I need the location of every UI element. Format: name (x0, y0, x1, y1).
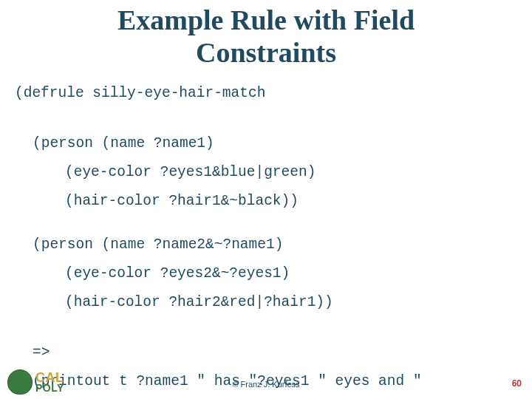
code-line: (defrule silly-eye-hair-match (15, 86, 532, 101)
page-number: 60 (512, 378, 522, 389)
footer: CAL POLY © Franz J. Kurfess 60 (0, 365, 532, 396)
slide-title: Example Rule with Field Constraints (0, 0, 532, 69)
title-line-1: Example Rule with Field (117, 4, 415, 35)
code-line: (person (name ?name1) (33, 137, 532, 151)
calpoly-logo: CAL POLY (7, 369, 64, 395)
logo-badge-icon (7, 369, 33, 395)
code-line: => (33, 346, 532, 361)
code-line: (person (name ?name2&~?name1) (15, 238, 532, 253)
logo-poly: POLY (35, 383, 64, 393)
copyright-text: © Franz J. Kurfess (232, 380, 299, 389)
logo-text: CAL POLY (35, 372, 64, 393)
title-line-2: Constraints (196, 37, 336, 68)
code-line: (eye-color ?eyes2&~?eyes1) (15, 267, 532, 282)
code-line: (hair-color ?hair2&red|?hair1)) (15, 296, 532, 310)
code-line: (eye-color ?eyes1&blue|green) (33, 166, 532, 180)
code-line: (hair-color ?hair1&~black)) (33, 194, 532, 209)
code-block: (defrule silly-eye-hair-match (person (n… (0, 69, 532, 399)
